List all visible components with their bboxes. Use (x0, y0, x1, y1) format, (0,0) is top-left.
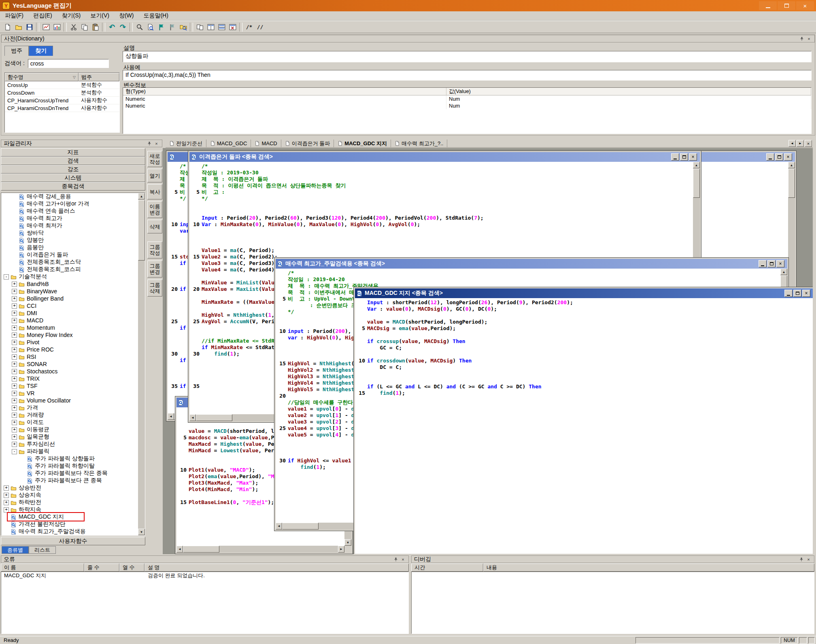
pin-icon[interactable] (799, 36, 805, 42)
tree-item[interactable]: 매수력 최고가 (1, 215, 145, 222)
undo-icon[interactable]: ↶ (106, 22, 117, 32)
tab-close-icon[interactable]: × (805, 140, 812, 147)
menu-item[interactable]: 도움말(H) (138, 11, 173, 21)
tree-item[interactable]: 매수력 고가+이평or 가격 (1, 200, 145, 208)
doc-tab-MACD[interactable]: MACD (251, 140, 281, 148)
tree-item[interactable]: 음봉만 (1, 244, 145, 251)
tree-item[interactable]: +Stochastocs (1, 368, 145, 375)
scroll-left-icon[interactable]: ◄ (168, 413, 174, 420)
collapse-icon[interactable]: - (4, 274, 9, 280)
filter-icon[interactable]: ▽ (73, 75, 76, 79)
expand-icon[interactable]: + (4, 493, 9, 498)
expand-icon[interactable]: + (12, 413, 17, 418)
horizontal-scrollbar[interactable]: ◄► (176, 546, 344, 553)
menu-item[interactable]: 창(W) (114, 11, 139, 21)
side-button-그룹삭제[interactable]: 그룹삭제 (147, 280, 162, 297)
scroll-up-icon[interactable]: ▲ (693, 162, 700, 168)
tree-item[interactable]: +투자심리선 (1, 441, 145, 448)
expand-icon[interactable]: + (12, 311, 17, 316)
expand-icon[interactable]: + (12, 420, 17, 425)
side-button-이름변경[interactable]: 이름변경 (147, 201, 162, 218)
tab-scroll-right-icon[interactable]: ► (797, 140, 804, 147)
category-button-강조[interactable]: 강조 (1, 165, 145, 174)
close-icon[interactable]: × (806, 36, 812, 42)
tree-item[interactable]: +Money Flow Index (1, 331, 145, 339)
column-header[interactable]: 범주 (79, 73, 119, 81)
category-button-지표[interactable]: 지표 (1, 148, 145, 157)
dictionary-tab-범주[interactable]: 범주 (4, 46, 29, 56)
indicator-editor-icon[interactable] (40, 22, 51, 32)
redo-icon[interactable]: ↷ (117, 22, 128, 32)
tree-item[interactable]: +일목균형 (1, 433, 145, 441)
menu-item[interactable]: 편집(E) (28, 11, 57, 21)
side-button-그룹변경[interactable]: 그룹변경 (147, 261, 162, 278)
tree-item[interactable]: 주가 파라볼릭 하향이탈 (1, 462, 145, 470)
tree-scrollbar[interactable]: ▲▼ (138, 193, 145, 535)
expand-icon[interactable]: + (12, 340, 17, 345)
side-button-복사[interactable]: 복사 (147, 184, 162, 199)
title-bar[interactable]: Y YesLanguage 편집기 × (0, 0, 816, 11)
pin-icon[interactable] (798, 557, 804, 562)
tree-item[interactable]: +Momentum (1, 324, 145, 331)
tree-item[interactable]: +Bollinger Band (1, 295, 145, 302)
bottom-tab-리스트[interactable]: 리스트 (29, 546, 56, 554)
code-editor[interactable]: Input : shortPeriod(12), longPeriod(26),… (355, 298, 813, 554)
tree-item[interactable]: +가격 (1, 404, 145, 411)
tree-item[interactable]: +Pivot (1, 339, 145, 346)
tree-item[interactable]: +BinaryWave (1, 288, 145, 295)
tree-item[interactable]: +MACD (1, 317, 145, 324)
function-row[interactable]: CP_HaramiCrossUpTrend사용자함수 (5, 97, 119, 104)
dictionary-tab-찾기[interactable]: 찾기 (29, 46, 53, 56)
bottom-tab-종류별[interactable]: 종류별 (2, 546, 29, 554)
tree-item[interactable]: -기술적분석 (1, 273, 145, 280)
tree-item[interactable]: +DMI (1, 309, 145, 317)
bookmark-icon[interactable] (156, 22, 167, 32)
cut-icon[interactable] (68, 22, 79, 32)
scroll-thumb[interactable] (138, 200, 145, 261)
save-icon[interactable] (24, 22, 35, 32)
side-button-새로작성[interactable]: 새로작성 (147, 151, 162, 167)
expand-icon[interactable]: + (12, 354, 17, 360)
tree-item[interactable]: 매수력 연속 플러스 (1, 208, 145, 215)
find-icon[interactable] (134, 22, 145, 32)
expand-icon[interactable]: + (4, 507, 9, 513)
close-button[interactable]: × (776, 260, 784, 267)
tree-item[interactable]: 주가 파라볼릭보다 큰 종목 (1, 477, 145, 484)
tree-item[interactable]: 매수력 강세_응용 (1, 193, 145, 200)
scroll-thumb[interactable] (788, 169, 795, 198)
expand-icon[interactable]: + (12, 333, 17, 338)
tree-item[interactable]: -파라볼릭 (1, 448, 145, 455)
column-header[interactable]: 이 름 (1, 564, 84, 572)
search-input[interactable] (28, 59, 109, 68)
pin-icon[interactable] (393, 557, 399, 562)
expand-icon[interactable]: + (12, 318, 17, 323)
tree-item[interactable]: +SONAR (1, 360, 145, 368)
tree-item[interactable]: +상승지속 (1, 491, 145, 499)
minimize-button[interactable] (784, 290, 793, 297)
scroll-right-icon[interactable]: ► (338, 546, 344, 553)
mdi-window-titlebar[interactable]: 이격좁은거 돌파 <종목 검색>× (189, 152, 700, 162)
tree-item[interactable]: 전체종목조회_코스피 (1, 266, 145, 273)
tree-item[interactable]: +TRIX (1, 375, 145, 382)
tree-item[interactable]: +RSI (1, 353, 145, 360)
pin-icon[interactable] (146, 141, 152, 146)
tree-item[interactable]: +Price ROC (1, 346, 145, 353)
tree-item[interactable]: +TSF (1, 382, 145, 390)
paste-icon[interactable] (90, 22, 101, 32)
side-button-삭제[interactable]: 삭제 (147, 220, 162, 233)
collapse-icon[interactable]: - (12, 449, 17, 454)
doc-tab-전일기준선[interactable]: 전일기준선 (166, 140, 206, 148)
expand-icon[interactable]: + (12, 405, 17, 411)
tree-item[interactable]: 주가 파라볼릭 상향돌파 (1, 455, 145, 462)
scroll-up-icon[interactable]: ▲ (138, 193, 145, 199)
tree-item[interactable]: +CCI (1, 302, 145, 309)
tree-item[interactable]: 전체종목조회_코스닥 (1, 258, 145, 266)
minimize-button[interactable] (759, 260, 767, 267)
expand-icon[interactable]: + (12, 427, 17, 432)
tile-vertical-icon[interactable] (216, 22, 227, 32)
scroll-up-icon[interactable]: ▲ (780, 269, 787, 275)
close-all-windows-icon[interactable] (227, 22, 238, 32)
tree-item[interactable]: +하락반전 (1, 499, 145, 506)
tree-item[interactable]: +이동평균 (1, 426, 145, 433)
side-button-열기[interactable]: 열기 (147, 169, 162, 182)
